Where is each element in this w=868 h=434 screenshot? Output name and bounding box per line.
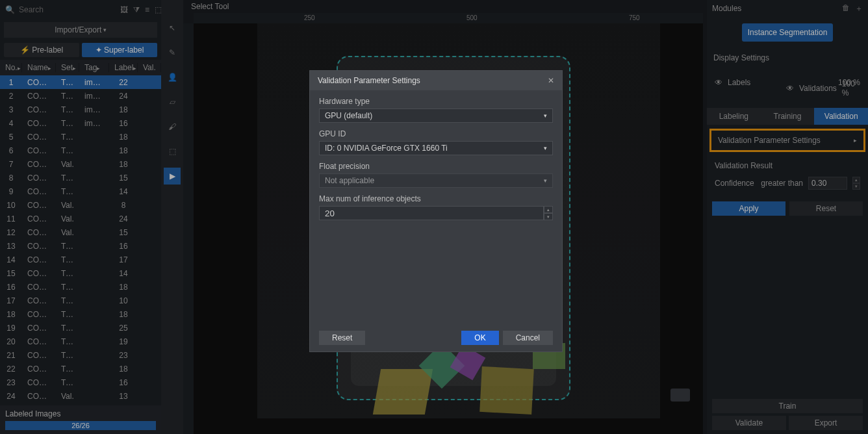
chevron-down-icon: ▾ [544,112,547,119]
max-objects-label: Max num of inference objects [319,194,553,203]
modal-ok-button[interactable]: OK [461,331,498,345]
hardware-type-label: Hardware type [319,97,553,106]
modal-reset-button[interactable]: Reset [319,331,365,345]
validation-settings-modal: Validation Parameter Settings ✕ Hardware… [309,70,563,352]
chevron-down-icon: ▾ [544,177,547,184]
hardware-type-select[interactable]: GPU (default)▾ [319,108,553,123]
close-icon[interactable]: ✕ [548,76,554,85]
modal-cancel-button[interactable]: Cancel [503,331,553,345]
chevron-down-icon: ▾ [544,145,547,151]
modal-title-text: Validation Parameter Settings [318,76,420,85]
gpu-id-label: GPU ID [319,129,553,138]
spin-down-icon[interactable]: ▾ [544,213,553,220]
max-objects-input[interactable] [319,206,544,220]
gpu-id-select[interactable]: ID: 0 NVIDIA GeForce GTX 1660 Ti▾ [319,141,553,155]
spin-up-icon[interactable]: ▴ [544,206,553,213]
float-precision-label: Float precision [319,162,553,171]
float-precision-select: Not applicable▾ [319,173,553,188]
